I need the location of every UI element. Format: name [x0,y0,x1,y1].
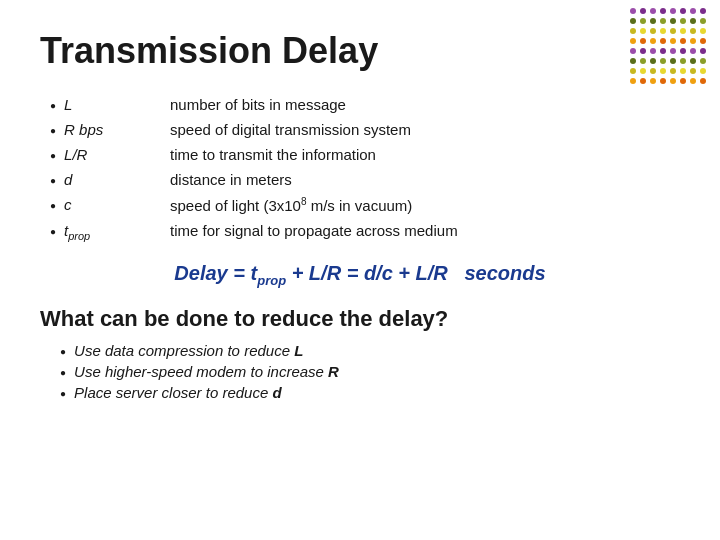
def-desc-tprop: time for signal to propagate across medi… [170,220,680,244]
dot [640,28,646,34]
dot [660,78,666,84]
dot [660,48,666,54]
dot [680,18,686,24]
dot [630,48,636,54]
list-item-R: ● Use higher-speed modem to increase R [60,363,680,380]
dot [680,68,686,74]
bold-var-d: d [272,384,281,401]
dot [690,28,696,34]
def-term-L: ● L [50,94,170,115]
dot [700,8,706,14]
dot [700,78,706,84]
dot [640,18,646,24]
dot [700,48,706,54]
def-desc-R: speed of digital transmission system [170,119,680,140]
def-term-R: ● R bps [50,119,170,140]
term-R: R bps [64,121,103,138]
dot [680,8,686,14]
dot [680,38,686,44]
bullet-icon: ● [50,100,56,111]
dots-decoration [630,8,710,88]
dot [690,58,696,64]
dot [650,38,656,44]
dot [690,38,696,44]
dot [650,78,656,84]
def-term-d: ● d [50,169,170,190]
bold-var-R: R [328,363,339,380]
dot [690,68,696,74]
dot [660,38,666,44]
dot [660,58,666,64]
dot [640,38,646,44]
bullet-icon: ● [50,150,56,161]
page-title: Transmission Delay [40,30,680,72]
dot [660,68,666,74]
dot [670,8,676,14]
list-item-d: ● Place server closer to reduce d [60,384,680,401]
formula: Delay = tprop + L/R = d/c + L/R seconds [174,262,545,284]
def-desc-LR: time to transmit the information [170,144,680,165]
dot [680,48,686,54]
dot [630,18,636,24]
dot [670,58,676,64]
list-item-text-d: Place server closer to reduce d [74,384,282,401]
dot [650,28,656,34]
dot [640,58,646,64]
dot [700,58,706,64]
formula-seconds: seconds [464,262,545,284]
dot [690,18,696,24]
dot [630,38,636,44]
dot [680,28,686,34]
bullet-icon: ● [60,388,66,399]
dot [640,48,646,54]
dot [630,28,636,34]
def-desc-L: number of bits in message [170,94,680,115]
dot [690,78,696,84]
bullet-icon: ● [60,346,66,357]
dot [630,78,636,84]
dot [630,68,636,74]
bullet-icon: ● [50,226,56,237]
dot [670,68,676,74]
definitions-table: ● L number of bits in message ● R bps sp… [50,94,680,244]
list-item-text-L: Use data compression to reduce L [74,342,303,359]
dot [670,18,676,24]
dot [700,28,706,34]
dot [630,8,636,14]
dot [670,38,676,44]
sub-list: ● Use data compression to reduce L ● Use… [60,342,680,401]
dot [650,68,656,74]
dot [630,58,636,64]
bullet-icon: ● [60,367,66,378]
dot [650,8,656,14]
bold-var-L: L [294,342,303,359]
dot [690,48,696,54]
dot [670,78,676,84]
list-item-text-R: Use higher-speed modem to increase R [74,363,339,380]
dot [700,18,706,24]
dot [670,48,676,54]
term-LR: L/R [64,146,87,163]
dot [680,58,686,64]
dot [660,8,666,14]
dot [650,48,656,54]
term-L: L [64,96,72,113]
def-term-LR: ● L/R [50,144,170,165]
formula-box: Delay = tprop + L/R = d/c + L/R seconds [40,262,680,288]
dot [650,18,656,24]
bullet-icon: ● [50,175,56,186]
dot [640,68,646,74]
list-item-L: ● Use data compression to reduce L [60,342,680,359]
section-title: What can be done to reduce the delay? [40,306,680,332]
dot [690,8,696,14]
term-d: d [64,171,72,188]
def-desc-d: distance in meters [170,169,680,190]
def-term-c: ● c [50,194,170,216]
term-tprop: tprop [64,222,90,242]
dot [680,78,686,84]
slide: Transmission Delay ● L number of bits in… [0,0,720,540]
term-c: c [64,196,72,213]
dot [670,28,676,34]
dot [640,8,646,14]
bullet-icon: ● [50,125,56,136]
